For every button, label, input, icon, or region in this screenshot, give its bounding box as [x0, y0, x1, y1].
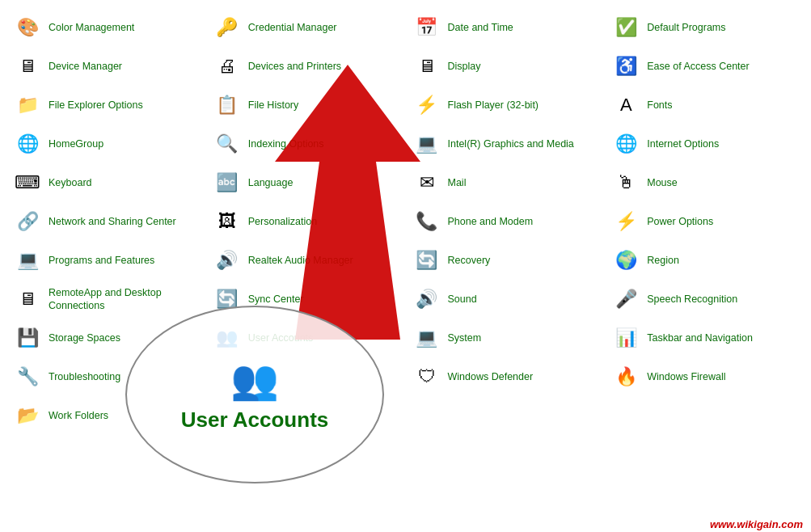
- item-recovery[interactable]: 🔄Recovery: [406, 241, 606, 280]
- item-sound[interactable]: 🔊Sound: [406, 280, 606, 319]
- item-ease-access[interactable]: ♿Ease of Access Center: [605, 47, 805, 86]
- icon-user-accounts-col2: 👥: [213, 323, 242, 353]
- icon-region: 🌍: [611, 246, 640, 275]
- label-windows-firewall[interactable]: Windows Firewall: [647, 370, 725, 383]
- icon-color-management: 🎨: [13, 13, 42, 42]
- item-device-manager[interactable]: 🖥Device Manager: [6, 47, 206, 86]
- item-phone-modem[interactable]: 📞Phone and Modem: [406, 202, 606, 241]
- item-storage-spaces[interactable]: 💾Storage Spaces: [6, 319, 206, 357]
- label-sound[interactable]: Sound: [448, 293, 477, 306]
- label-phone-modem[interactable]: Phone and Modem: [448, 215, 534, 228]
- label-file-explorer-options[interactable]: File Explorer Options: [49, 99, 143, 112]
- icon-mouse: 🖱: [611, 168, 640, 197]
- item-keyboard[interactable]: ⌨Keyboard: [6, 163, 206, 202]
- icon-keyboard: ⌨: [13, 168, 42, 197]
- label-recovery[interactable]: Recovery: [448, 254, 491, 267]
- item-file-history[interactable]: 📋File History: [206, 86, 406, 125]
- item-system[interactable]: 💻System: [406, 319, 606, 357]
- label-file-history[interactable]: File History: [248, 99, 299, 112]
- label-network-sharing[interactable]: Network and Sharing Center: [49, 215, 176, 228]
- icon-credential-manager: 🔑: [213, 13, 242, 42]
- item-color-management[interactable]: 🎨Color Management: [6, 8, 206, 47]
- icon-power-options: ⚡: [611, 207, 640, 236]
- item-mail[interactable]: ✉Mail: [406, 163, 606, 202]
- item-devices-printers[interactable]: 🖨Devices and Printers: [206, 47, 406, 86]
- label-default-programs[interactable]: Default Programs: [647, 21, 725, 34]
- item-fonts[interactable]: AFonts: [605, 86, 805, 125]
- label-programs-features[interactable]: Programs and Features: [49, 254, 154, 267]
- item-work-folders[interactable]: 📂Work Folders: [6, 396, 206, 435]
- label-device-manager[interactable]: Device Manager: [49, 60, 122, 73]
- item-file-explorer-options[interactable]: 📁File Explorer Options: [6, 86, 206, 125]
- item-region[interactable]: 🌍Region: [605, 241, 805, 280]
- column-2: 🔑Credential Manager🖨Devices and Printers…: [206, 8, 406, 435]
- item-indexing-options[interactable]: 🔍Indexing Options: [206, 125, 406, 163]
- item-credential-manager[interactable]: 🔑Credential Manager: [206, 8, 406, 47]
- item-troubleshooting[interactable]: 🔧Troubleshooting: [6, 357, 206, 396]
- label-sync-center[interactable]: Sync Center: [248, 293, 304, 306]
- label-fonts[interactable]: Fonts: [647, 99, 672, 112]
- item-windows-firewall[interactable]: 🔥Windows Firewall: [605, 357, 805, 396]
- icon-taskbar-navigation: 📊: [611, 323, 640, 353]
- label-intel-graphics[interactable]: Intel(R) Graphics and Media: [448, 137, 574, 150]
- label-mail[interactable]: Mail: [448, 176, 467, 189]
- icon-windows-defender: 🛡: [412, 362, 441, 391]
- item-network-sharing[interactable]: 🔗Network and Sharing Center: [6, 202, 206, 241]
- item-personalization[interactable]: 🖼Personalization: [206, 202, 406, 241]
- label-ease-access[interactable]: Ease of Access Center: [647, 60, 749, 73]
- item-flash-player[interactable]: ⚡Flash Player (32-bit): [406, 86, 606, 125]
- label-windows-defender[interactable]: Windows Defender: [448, 370, 534, 383]
- item-windows-defender[interactable]: 🛡Windows Defender: [406, 357, 606, 396]
- label-user-accounts-col2[interactable]: User Accounts: [248, 331, 314, 344]
- item-intel-graphics[interactable]: 💻Intel(R) Graphics and Media: [406, 125, 606, 163]
- label-flash-player[interactable]: Flash Player (32-bit): [448, 99, 539, 112]
- label-work-folders[interactable]: Work Folders: [49, 409, 108, 422]
- item-speech-recognition[interactable]: 🎤Speech Recognition: [605, 280, 805, 319]
- icon-work-folders: 📂: [13, 401, 42, 430]
- item-homegroup[interactable]: 🌐HomeGroup: [6, 125, 206, 163]
- label-system[interactable]: System: [448, 331, 482, 344]
- item-remoteapp[interactable]: 🖥RemoteApp and Desktop Connections: [6, 280, 206, 319]
- label-color-management[interactable]: Color Management: [49, 21, 134, 34]
- label-realtek[interactable]: Realtek Audio Manager: [248, 254, 353, 267]
- icon-sound: 🔊: [412, 285, 441, 314]
- item-power-options[interactable]: ⚡Power Options: [605, 202, 805, 241]
- item-realtek[interactable]: 🔊Realtek Audio Manager: [206, 241, 406, 280]
- label-internet-options[interactable]: Internet Options: [647, 137, 719, 150]
- item-default-programs[interactable]: ✅Default Programs: [605, 8, 805, 47]
- label-homegroup[interactable]: HomeGroup: [49, 137, 103, 150]
- label-region[interactable]: Region: [647, 254, 679, 267]
- icon-recovery: 🔄: [412, 246, 441, 275]
- footer-bar: www.wikigain.com: [0, 516, 811, 532]
- item-internet-options[interactable]: 🌐Internet Options: [605, 125, 805, 163]
- label-language[interactable]: Language: [248, 176, 294, 189]
- item-sync-center[interactable]: 🔄Sync Center: [206, 280, 406, 319]
- label-mouse[interactable]: Mouse: [647, 176, 678, 189]
- label-indexing-options[interactable]: Indexing Options: [248, 137, 324, 150]
- icon-file-history: 📋: [213, 91, 242, 120]
- label-keyboard[interactable]: Keyboard: [49, 176, 92, 189]
- label-taskbar-navigation[interactable]: Taskbar and Navigation: [647, 331, 753, 344]
- item-language[interactable]: 🔤Language: [206, 163, 406, 202]
- label-remoteapp[interactable]: RemoteApp and Desktop Connections: [49, 286, 200, 313]
- item-programs-features[interactable]: 💻Programs and Features: [6, 241, 206, 280]
- label-display[interactable]: Display: [448, 60, 481, 73]
- label-storage-spaces[interactable]: Storage Spaces: [49, 331, 120, 344]
- item-taskbar-navigation[interactable]: 📊Taskbar and Navigation: [605, 319, 805, 357]
- icon-remoteapp: 🖥: [13, 285, 42, 314]
- label-troubleshooting[interactable]: Troubleshooting: [49, 370, 120, 383]
- item-user-accounts-col2[interactable]: 👥User Accounts: [206, 319, 406, 357]
- icon-fonts: A: [611, 91, 640, 120]
- icon-ease-access: ♿: [611, 52, 640, 81]
- label-credential-manager[interactable]: Credential Manager: [248, 21, 337, 34]
- item-mouse[interactable]: 🖱Mouse: [605, 163, 805, 202]
- label-power-options[interactable]: Power Options: [647, 215, 713, 228]
- label-personalization[interactable]: Personalization: [248, 215, 317, 228]
- label-devices-printers[interactable]: Devices and Printers: [248, 60, 341, 73]
- item-date-time[interactable]: 📅Date and Time: [406, 8, 606, 47]
- item-display[interactable]: 🖥Display: [406, 47, 606, 86]
- label-date-time[interactable]: Date and Time: [448, 21, 513, 34]
- icon-windows-firewall: 🔥: [611, 362, 640, 391]
- label-speech-recognition[interactable]: Speech Recognition: [647, 293, 737, 306]
- icon-sync-center: 🔄: [213, 285, 242, 314]
